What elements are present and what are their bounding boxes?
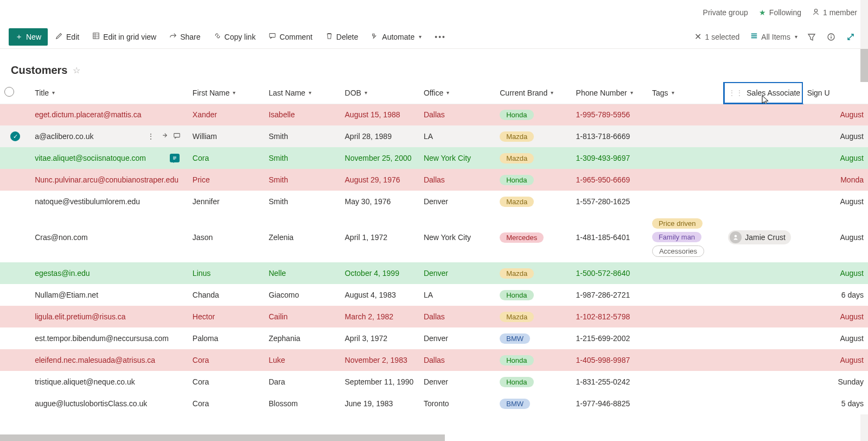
associate-cell [724,104,802,125]
favorite-star-icon[interactable]: ☆ [73,65,80,75]
office-cell: Denver [419,191,495,212]
horizontal-scrollbar-thumb[interactable] [0,434,445,441]
select-all-header[interactable] [0,82,30,104]
table-row[interactable]: Nunc.pulvinar.arcu@conubianostraper.eduP… [0,169,868,191]
title-cell[interactable]: Nullam@Etiam.net [30,284,188,306]
first-name-cell: Price [188,169,264,191]
row-select-cell[interactable]: ✓ [0,125,30,147]
share-label: Share [180,33,200,41]
ellipsis-icon[interactable]: ⋮ [147,132,155,141]
dob-cell-text: November 2, 1983 [345,356,407,364]
associate-cell [724,147,802,169]
last-name-cell-text: Isabelle [269,110,295,119]
title-cell[interactable]: ligula.elit.pretium@risus.ca [30,306,188,327]
column-brand[interactable]: Current Brand▾ [495,82,571,104]
comment-icon[interactable] [173,132,181,141]
row-select-cell[interactable] [0,327,30,349]
table-row[interactable]: eleifend.nec.malesuada@atrisus.caCoraLuk… [0,349,868,371]
comment-badge-icon[interactable] [170,154,180,162]
row-select-cell[interactable] [0,212,30,262]
column-dob[interactable]: DOB▾ [341,82,419,104]
row-select-cell[interactable] [0,393,30,414]
row-select-cell[interactable] [0,262,30,284]
row-select-cell[interactable] [0,147,30,169]
select-all-circle-icon[interactable] [4,87,14,97]
table-row[interactable]: eget.dictum.placerat@mattis.caXanderIsab… [0,104,868,125]
dob-cell-text: August 15, 1988 [345,110,400,119]
column-sales-associate[interactable]: ⋮⋮Sales Associate▾ [724,82,802,104]
column-last[interactable]: Last Name▾ [264,82,340,104]
row-select-cell[interactable] [0,306,30,327]
filter-button[interactable] [803,28,820,46]
drag-handle-icon[interactable]: ⋮⋮ [728,89,743,97]
row-select-cell[interactable] [0,371,30,393]
row-select-cell[interactable] [0,104,30,125]
column-title[interactable]: Title▾ [30,82,188,104]
column-sign[interactable]: Sign U [803,82,868,104]
more-button[interactable]: ••• [429,28,451,46]
table-row[interactable]: est.tempor.bibendum@neccursusa.comPaloma… [0,327,868,349]
automate-button[interactable]: Automate ▾ [366,28,427,46]
row-select-cell[interactable] [0,169,30,191]
title-cell[interactable]: natoque@vestibulumlorem.edu [30,191,188,212]
view-switcher[interactable]: All Items ▾ [747,32,801,41]
row-select-cell[interactable] [0,349,30,371]
chevron-down-icon: ▾ [233,90,235,96]
chevron-down-icon: ▾ [419,34,422,40]
table-row[interactable]: vitae.aliquet@sociisnatoque.comCoraSmith… [0,147,868,169]
column-first[interactable]: First Name▾ [188,82,264,104]
title-cell[interactable]: eleifend.nec.malesuada@atrisus.ca [30,349,188,371]
table-row[interactable]: tristique.aliquet@neque.co.ukCoraDaraSep… [0,371,868,393]
title-cell[interactable]: augue@luctuslobortisClass.co.uk [30,393,188,414]
new-button[interactable]: ＋ New [9,28,48,46]
comment-button[interactable]: Comment [263,28,318,46]
brand-pill: Mazda [500,153,534,163]
share-icon[interactable] [160,132,168,141]
title-cell[interactable]: vitae.aliquet@sociisnatoque.com [30,147,188,169]
members-button[interactable]: 1 member [812,8,857,17]
expand-button[interactable] [842,28,859,46]
title-cell[interactable]: egestas@in.edu [30,262,188,284]
first-name-cell: Cora [188,147,264,169]
table-row[interactable]: Cras@non.comJasonZeleniaApril 1, 1972New… [0,212,868,262]
follow-toggle[interactable]: ★ Following [759,8,801,17]
brand-cell: Honda [495,371,571,393]
table-row[interactable]: egestas@in.eduLinusNelleOctober 4, 1999D… [0,262,868,284]
copy-link-button[interactable]: Copy link [208,28,261,46]
table-row[interactable]: augue@luctuslobortisClass.co.ukCoraBloss… [0,393,868,414]
column-office[interactable]: Office▾ [419,82,495,104]
title-text: Nunc.pulvinar.arcu@conubianostraper.edu [35,175,178,184]
svg-point-16 [735,235,737,238]
associate-chip[interactable]: Jamie Crust [728,230,791,244]
sign-text: August [840,334,864,343]
title-cell[interactable]: eget.dictum.placerat@mattis.ca [30,104,188,125]
selection-count[interactable]: ✕ 1 selected [694,32,739,42]
svg-point-0 [814,9,817,11]
dob-cell: April 28, 1989 [341,125,419,147]
table-row[interactable]: Nullam@Etiam.netChandaGiacomoAugust 4, 1… [0,284,868,306]
title-cell[interactable]: Cras@non.com [30,212,188,262]
title-cell[interactable]: Nunc.pulvinar.arcu@conubianostraper.edu [30,169,188,191]
share-button[interactable]: Share [164,28,206,46]
title-text: Cras@non.com [35,233,87,242]
brand-cell: Honda [495,104,571,125]
delete-button[interactable]: Delete [320,28,363,46]
column-phone[interactable]: Phone Number▾ [572,82,648,104]
row-select-cell[interactable] [0,191,30,212]
close-icon[interactable]: ✕ [694,32,701,42]
column-tags[interactable]: Tags▾ [648,82,724,104]
info-button[interactable] [822,28,840,46]
table-row[interactable]: ligula.elit.pretium@risus.caHectorCailin… [0,306,868,327]
title-cell[interactable]: est.tempor.bibendum@neccursusa.com [30,327,188,349]
row-select-cell[interactable] [0,284,30,306]
table-row[interactable]: ✓a@aclibero.co.uk⋮WilliamSmithApril 28, … [0,125,868,147]
last-name-cell-text: Zephania [269,334,300,343]
checkmark-icon[interactable]: ✓ [10,131,20,141]
edit-in-grid-button[interactable]: Edit in grid view [87,28,162,46]
table-row[interactable]: natoque@vestibulumlorem.eduJenniferSmith… [0,191,868,212]
edit-button[interactable]: Edit [50,28,85,46]
title-cell[interactable]: tristique.aliquet@neque.co.uk [30,371,188,393]
title-cell[interactable]: a@aclibero.co.uk⋮ [30,125,188,147]
brand-cell: Mazda [495,191,571,212]
office-cell: New York City [419,212,495,262]
